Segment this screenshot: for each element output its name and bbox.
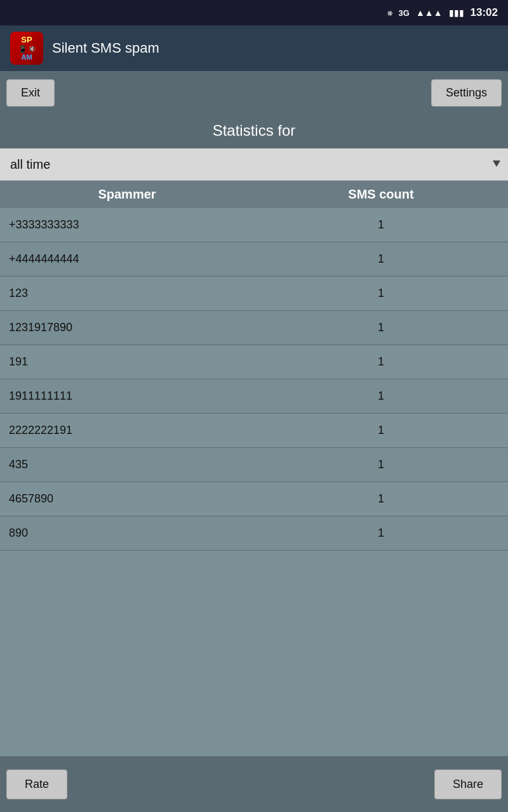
3g-icon: 3G — [399, 8, 410, 18]
table-row: 19111111111 — [0, 379, 508, 414]
cell-spammer: +3333333333 — [0, 212, 254, 238]
col-spammer-header: Spammer — [0, 187, 254, 202]
cell-spammer: 1231917890 — [0, 315, 254, 341]
toolbar: Exit Settings — [0, 71, 508, 114]
cell-count: 1 — [254, 424, 508, 437]
stats-title: Statistics for — [213, 122, 296, 139]
title-bar: SP 📱 🔇 AM Silent SMS spam — [0, 25, 508, 71]
app-icon: SP 📱 🔇 AM — [10, 32, 43, 65]
table-header: Spammer SMS count — [0, 181, 508, 208]
status-time: 13:02 — [471, 6, 498, 19]
table-row: 12319178901 — [0, 311, 508, 345]
cell-count: 1 — [254, 527, 508, 540]
stats-header: Statistics for — [0, 114, 508, 148]
cell-spammer: 191 — [0, 349, 254, 375]
table-row: 1231 — [0, 277, 508, 311]
table-body: +33333333331+444444444411231123191789011… — [0, 208, 508, 756]
table-row: 1911 — [0, 345, 508, 379]
status-bar: ⎈ 3G ▲▲▲ ▮▮▮ 13:02 — [0, 0, 508, 25]
cell-count: 1 — [254, 355, 508, 369]
cell-count: 1 — [254, 390, 508, 403]
cell-spammer: 123 — [0, 280, 254, 306]
cell-spammer: 890 — [0, 520, 254, 546]
exit-button[interactable]: Exit — [6, 79, 55, 107]
share-button[interactable]: Share — [434, 769, 502, 799]
cell-spammer: 435 — [0, 452, 254, 478]
cell-count: 1 — [254, 492, 508, 506]
cell-spammer: 1911111111 — [0, 383, 254, 409]
table-row: +44444444441 — [0, 242, 508, 277]
dropdown-container[interactable]: all timetodaythis weekthis month — [0, 148, 508, 181]
bluetooth-icon: ⎈ — [387, 8, 392, 18]
bottom-bar: Rate Share — [0, 756, 508, 812]
cell-spammer: 2222222191 — [0, 417, 254, 443]
table-row: +33333333331 — [0, 208, 508, 242]
cell-spammer: +4444444444 — [0, 246, 254, 272]
time-range-dropdown[interactable]: all timetodaythis weekthis month — [0, 148, 508, 181]
signal-icon: ▲▲▲ — [416, 8, 443, 18]
cell-count: 1 — [254, 321, 508, 334]
battery-icon: ▮▮▮ — [449, 8, 464, 18]
app-title: Silent SMS spam — [52, 40, 159, 56]
cell-count: 1 — [254, 218, 508, 232]
rate-button[interactable]: Rate — [6, 769, 67, 799]
cell-spammer: 4657890 — [0, 486, 254, 512]
table-row: 46578901 — [0, 482, 508, 516]
table-row: 4351 — [0, 448, 508, 482]
cell-count: 1 — [254, 252, 508, 266]
table-row: 8901 — [0, 516, 508, 551]
cell-count: 1 — [254, 287, 508, 300]
cell-count: 1 — [254, 458, 508, 471]
col-count-header: SMS count — [254, 187, 508, 202]
table-row: 22222221911 — [0, 414, 508, 448]
settings-button[interactable]: Settings — [431, 79, 502, 107]
